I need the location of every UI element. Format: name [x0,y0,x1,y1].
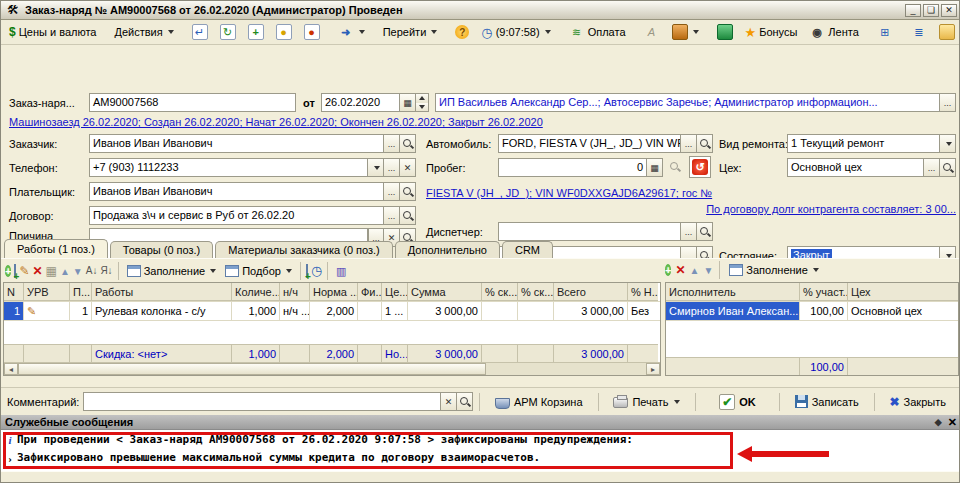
col-executor[interactable]: Исполнитель [666,283,800,301]
calc-button[interactable]: ▦ [46,264,57,278]
refresh-car-button[interactable]: ↺ [689,156,711,178]
ellipsis-button[interactable]: ... [384,158,400,177]
message-line[interactable]: i При проведении < Заказ-наряд АМ9000756… [3,433,633,446]
shop-field[interactable]: Основной цех ... [787,158,956,177]
contract-field[interactable]: Продажа з\ч и сервис в Руб от 26.02.20 .… [89,206,416,225]
ellipsis-button[interactable]: ... [940,93,956,112]
car-details-link[interactable]: FIESTA V (JH_, JD_); VIN WF0DXXGAJD6A296… [426,187,712,199]
refresh-button[interactable]: ↻ [215,21,241,43]
add-executor-button[interactable]: + [665,263,671,277]
lookup-button[interactable] [400,206,416,225]
envelope-button[interactable] [934,21,960,43]
scroll-left-icon[interactable]: ◂ [4,363,18,375]
cell-vat[interactable]: Без [628,302,658,320]
clear-button[interactable]: ✕ [400,158,416,177]
close-form-button[interactable]: ✖ Закрыть [881,391,955,412]
col-sum[interactable]: Сумма [408,283,482,301]
goods-receipt-button[interactable]: ● [271,21,297,43]
calendar-icon[interactable]: ▦ [400,93,416,112]
cell-p[interactable]: 1 [70,302,92,320]
arm-basket-button[interactable]: АРМ Корзина [486,391,592,412]
add-row-button[interactable]: + [5,264,11,278]
minimize-button[interactable]: _ [905,4,921,17]
doc-date-field[interactable]: 26.02.2020 ▦ [321,93,429,112]
car-field[interactable]: FORD, FIESTA V (JH_, JD_) VIN WF0D ... [498,134,713,153]
payer-field[interactable]: Иванов Иван Иванович ... [89,182,416,201]
payment-button[interactable]: ≋ Оплата [564,21,631,43]
executor-down-button[interactable]: ▼ [703,264,713,276]
tree-view-button[interactable]: ⊞ [872,21,898,43]
lookup-button[interactable] [940,158,956,177]
close-messages-icon[interactable]: ✕ [948,416,957,429]
executors-fill-button[interactable]: Заполнение [726,262,822,278]
lookup-button[interactable] [697,134,713,153]
goods-return-button[interactable]: ● [299,21,325,43]
edit-row-button[interactable]: ✎ [19,264,29,278]
dropdown-button[interactable] [368,158,384,177]
col-disc2[interactable]: % ск... [518,283,554,301]
copy-row-button[interactable] [14,265,16,277]
col-norm[interactable]: Норма ... [310,283,358,301]
mileage-lookup-icon[interactable] [669,161,681,175]
lookup-button[interactable] [400,134,416,153]
ellipsis-button[interactable]: ... [384,182,400,201]
goto-menu-button[interactable]: Перейти [378,23,443,41]
cell-norm[interactable]: 2,000 [310,302,358,320]
cell-qty[interactable]: 1,000 [232,302,280,320]
lookup-button[interactable] [457,392,473,411]
restore-button[interactable]: ❏ [923,4,939,17]
ellipsis-button[interactable]: ... [384,206,400,225]
ellipsis-button[interactable]: ... [924,158,940,177]
col-n[interactable]: N [4,283,24,301]
pick-menu-button[interactable]: Подбор [222,263,295,279]
cell-n[interactable]: 1 [4,302,24,320]
tab-goods[interactable]: Товары (0 поз.) [110,241,213,258]
col-price[interactable]: Це... [382,283,408,301]
sort-desc-button[interactable]: Я↓ [100,265,112,276]
fill-menu-button[interactable]: Заполнение [124,263,220,279]
col-total[interactable]: Всего [554,283,628,301]
cell-urv[interactable]: ✎ [24,302,70,320]
barrel-button[interactable] [667,21,704,43]
tab-works[interactable]: Работы (1 поз.) [4,239,108,258]
col-urv[interactable]: УРВ [24,283,70,301]
tab-customer-materials[interactable]: Материалы заказчика (0 поз.) [215,241,393,258]
col-vat[interactable]: % Н... [628,283,658,301]
repair-type-select[interactable]: 1 Текущий ремонт [787,134,956,153]
print-button[interactable]: Печать [604,391,689,412]
move-up-button[interactable]: ▲ [60,265,70,277]
col-shop[interactable]: Цех [848,283,958,301]
cell-works[interactable]: Рулевая колонка - с/у [92,302,232,320]
cell-executor[interactable]: Смирнов Иван Алексан... [666,302,800,320]
cell-price[interactable]: 1 ... [382,302,408,320]
scroll-right-icon[interactable]: ▸ [646,363,660,375]
phone-field[interactable]: +7 (903) 1112233 ... ✕ [89,158,416,177]
doc-number-field[interactable]: АМ90007568 [89,93,296,112]
prices-currency-button[interactable]: $ Цены и валюта [4,22,101,42]
cash-register-button[interactable] [712,21,738,43]
col-fi[interactable]: Фи... [358,283,382,301]
col-qty[interactable]: Количе... [232,283,280,301]
tab-additional[interactable]: Дополнительно [395,241,500,258]
bonuses-button[interactable]: ★ Бонусы [740,22,803,43]
ellipsis-button[interactable]: ... [681,134,697,153]
organization-field[interactable]: ИП Васильев Александр Сер...; Автосервис… [435,93,956,112]
sort-asc-button[interactable]: А↓ [86,265,98,276]
executor-up-button[interactable]: ▲ [690,264,700,276]
ok-button[interactable]: ✔ OK [702,391,773,412]
cell-sum[interactable]: 3 000,00 [408,302,482,320]
post-document-button[interactable]: ➜ [333,21,370,43]
col-works[interactable]: Работы [92,283,232,301]
cell-disc2[interactable] [518,302,554,320]
customer-field[interactable]: Иванов Иван Иванович ... [89,134,416,153]
cell-fi[interactable] [358,302,382,320]
debt-link[interactable]: По договору долг контрагента составляет:… [706,203,956,215]
reread-button[interactable]: ↵ [187,21,213,43]
time-norms-button[interactable]: ◷ [311,263,322,278]
visibility-button[interactable]: ▥ [333,263,349,279]
horizontal-scrollbar[interactable]: ◂ ▸ [4,362,660,375]
cell-disc1[interactable] [482,302,518,320]
scrollbar-thumb[interactable] [18,363,486,375]
date-spinner[interactable] [416,93,429,112]
cell-total[interactable]: 3 000,00 [554,302,628,320]
